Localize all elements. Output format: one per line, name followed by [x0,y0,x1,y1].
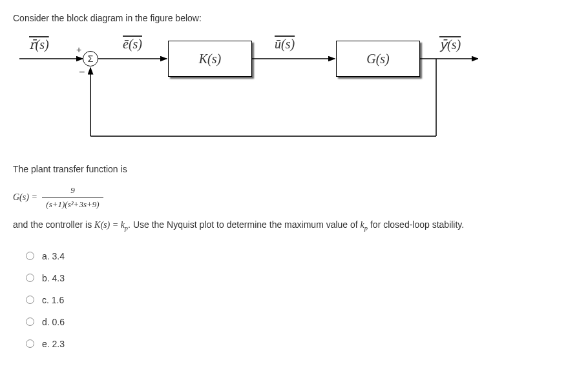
gs-lhs: G(s) = [13,192,39,202]
plant-block: G(s) [336,41,420,77]
radio-icon [26,252,34,260]
gs-fraction: 9 (s+1)(s²+3s+9) [42,184,103,212]
option-c[interactable]: c. 1.6 [26,295,575,305]
intro-text: Consider the block diagram in the figure… [13,13,575,23]
signal-y: ȳ(s) [439,37,461,52]
radio-icon [26,318,34,326]
ctrl-text-1: and the controller is [13,219,94,230]
block-diagram: r̄(s) ē(s) ū(s) ȳ(s) Σ + − K(s) G(s) [13,33,478,149]
option-b[interactable]: b. 4.3 [26,273,575,283]
option-a[interactable]: a. 3.4 [26,251,575,261]
ctrl-eq: K(s) = k [94,220,125,230]
sum-minus-sign: − [79,66,85,78]
option-label: e. 2.3 [42,339,65,349]
option-label: b. 4.3 [42,273,65,283]
sum-plus-sign: + [76,45,81,55]
option-e[interactable]: e. 2.3 [26,339,575,349]
gs-equation: G(s) = 9 (s+1)(s²+3s+9) [13,184,575,212]
fraction-denominator: (s+1)(s²+3s+9) [42,198,103,212]
radio-icon [26,274,34,282]
signal-e: ē(s) [123,37,142,52]
radio-icon [26,296,34,304]
signal-r: r̄(s) [29,37,49,52]
option-label: d. 0.6 [42,317,65,327]
fraction-numerator: 9 [42,184,103,198]
ctrl-text-3: for closed-loop stability. [368,219,464,230]
options-group: a. 3.4 b. 4.3 c. 1.6 d. 0.6 e. 2.3 [26,251,575,349]
summing-junction: Σ [83,51,98,66]
plant-intro: The plant transfer function is [13,162,575,176]
radio-icon [26,339,34,348]
signal-u: ū(s) [275,37,295,52]
option-label: c. 1.6 [42,295,64,305]
option-d[interactable]: d. 0.6 [26,317,575,327]
ctrl-text-2: . Use the Nyquist plot to determine the … [128,219,361,230]
controller-block: K(s) [168,41,252,77]
option-label: a. 3.4 [42,251,65,261]
question-line: and the controller is K(s) = kp. Use the… [13,219,575,232]
